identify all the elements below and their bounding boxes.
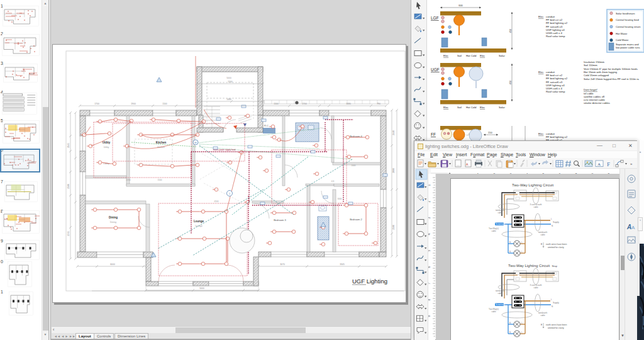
svg-text:790: 790 [377,103,380,105]
svg-text:UGF: UGF [431,67,440,72]
svg-text:cable: cable [540,234,545,236]
svg-text:1100: 1100 [274,103,278,105]
svg-text:UGF Lighting: UGF Lighting [352,278,387,285]
svg-text:N: N [552,225,553,227]
svg-text:3: 3 [428,217,431,218]
svg-text:E: E [541,324,543,326]
svg-text:cable: cable [533,206,538,208]
svg-text:Vent 150mm 6" pipe for multip: Vent 150mm 6" pipe for multiple 100mm fe… [584,67,638,71]
svg-text:omitted for clarity: omitted for clarity [548,327,564,329]
svg-text:FF: FF [431,132,436,137]
svg-text:Kitchen: Kitchen [156,141,167,144]
svg-text:1900: 1900 [131,103,136,105]
svg-text:Utility: Utility [103,141,111,144]
svg-text:smoke detector cables: smoke detector cables [584,101,610,105]
svg-text:Roof solar temp: Roof solar temp [546,35,565,38]
svg-text:2440: 2440 [351,164,355,167]
svg-text:Dining: Dining [109,216,118,219]
svg-text:5000: 5000 [199,287,204,290]
svg-text:Solar feed/return: Solar feed/return [616,12,635,15]
svg-text:1500: 1500 [157,179,162,181]
svg-text:Soil: Soil [457,106,462,109]
svg-text:A: A [631,225,635,230]
svg-text:3345: 3345 [340,263,345,266]
svg-text:8: 8 [428,298,431,300]
svg-text:L: L [551,298,552,301]
svg-text:3500: 3500 [392,225,395,230]
svg-text:Soil: Soil [457,54,462,57]
svg-text:N: N [509,251,511,253]
svg-text:450: 450 [509,28,512,33]
svg-text:Dining: Dining [110,221,116,224]
svg-text:Separate mains and: Separate mains and [616,43,639,46]
svg-text:A: A [597,162,601,167]
svg-text:150: 150 [488,131,492,134]
svg-text:earth wires have been: earth wires have been [546,324,567,326]
svg-text:6: 6 [428,266,431,268]
svg-text:600: 600 [458,4,463,7]
svg-text:Solar: Solar [499,54,505,57]
svg-text:»: » [630,162,633,166]
svg-text:7: 7 [428,282,431,284]
svg-text:5: 5 [428,249,431,251]
svg-text:F: F [607,161,610,167]
svg-text:Solar 2x8 15mm lagged thru FF: Solar 2x8 15mm lagged thru FF roof in 11… [584,77,640,81]
svg-text:Elec: Elec [443,54,448,57]
svg-text:cable: cable [491,310,496,313]
svg-text:Elec: Elec [443,106,448,109]
svg-text:Hot 15mm with 4mm lagging: Hot 15mm with 4mm lagging [584,71,618,74]
svg-text:4100: 4100 [214,200,218,203]
svg-text:tel cable: tel cable [584,92,594,95]
svg-text:1: 1 [428,184,431,186]
svg-text:Utility: Utility [104,146,109,149]
svg-text:Cold Water: Cold Water [616,38,629,42]
svg-text:3070: 3070 [280,263,285,266]
svg-text:N: N [509,331,511,334]
svg-text:cctv internet cable: cctv internet cable [584,98,605,101]
svg-text:low power cable runs: low power cable runs [616,46,640,49]
svg-text:Hot Water: Hot Water [616,32,628,35]
svg-text:1700: 1700 [94,103,99,105]
svg-text:Solar: Solar [499,106,505,109]
svg-text:3060: 3060 [337,198,341,200]
svg-text:Elec: Elec [538,71,544,74]
svg-text:1680: 1680 [346,103,351,105]
svg-text:2440: 2440 [392,130,395,135]
svg-text:L: L [521,331,523,334]
svg-text:Central heating feed: Central heating feed [616,18,640,21]
svg-text:6000: 6000 [110,263,115,266]
svg-text:3000: 3000 [392,168,395,173]
svg-text:Elec: Elec [480,54,485,57]
svg-text:L: L [521,241,523,244]
svg-text:To next room: To next room [496,303,505,306]
svg-text:L: L [521,251,523,253]
svg-text:Soil 110mm: Soil 110mm [584,64,597,67]
svg-text:cable: cable [497,292,502,295]
svg-text:Hot Cold: Hot Cold [466,54,477,57]
svg-text:L: L [551,218,552,220]
svg-text:5000: 5000 [226,77,231,79]
svg-text:Roof solar temp: Roof solar temp [546,90,565,93]
svg-text:Bedroom 3: Bedroom 3 [274,218,286,222]
svg-text:Elec: Elec [538,15,544,18]
svg-text:E: E [541,243,543,246]
svg-text:Insulation 150mm: Insulation 150mm [584,60,605,64]
svg-text:Cold 15mm unlagged: Cold 15mm unlagged [584,74,609,77]
svg-text:4,6: 4,6 [331,180,335,183]
svg-text:1480: 1480 [226,98,231,101]
svg-text:Hot Cold: Hot Cold [466,106,477,109]
svg-text:N: N [509,241,511,244]
svg-text:3145: 3145 [67,143,70,148]
svg-text:Elec: Elec [538,132,544,135]
svg-text:1100: 1100 [162,103,167,105]
svg-text:2745: 2745 [67,231,70,236]
svg-text:1700: 1700 [302,103,307,105]
svg-text:omitted for clarity: omitted for clarity [548,246,564,249]
svg-text:Elec: Elec [480,106,485,109]
svg-text:Two-Way Lighting Circuit Stra: Two-Way Lighting Circuit Strap [508,264,557,268]
svg-text:Central heating return: Central heating return [616,25,641,28]
svg-text:cable: cable [491,230,496,232]
svg-text:2230: 2230 [126,179,130,181]
svg-text:M: M [194,141,196,144]
svg-text:Supply: Supply [553,302,559,304]
